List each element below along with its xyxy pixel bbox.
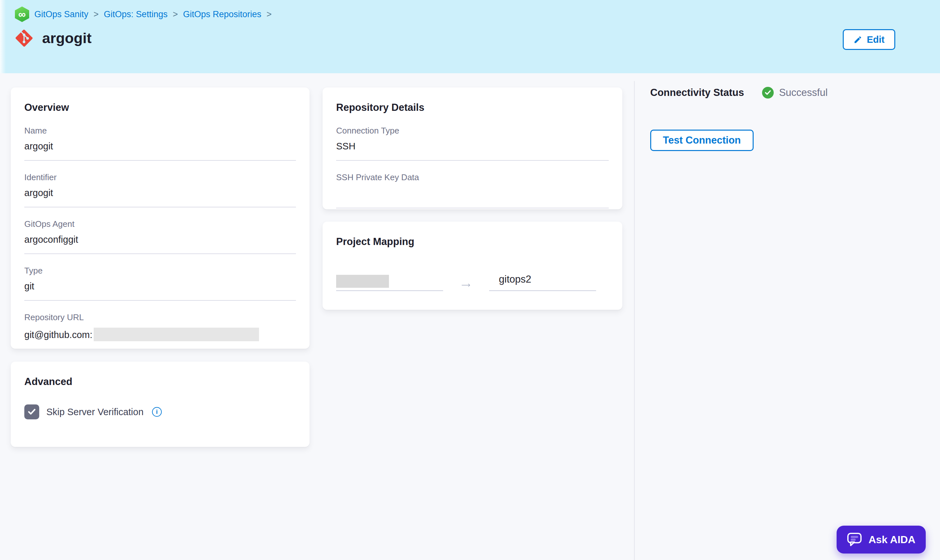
ask-aida-button[interactable]: Ask AIDA — [837, 526, 926, 554]
breadcrumb-link-gitops-repositories[interactable]: GitOps Repositories — [183, 9, 262, 20]
field-type: Type git — [24, 266, 296, 301]
field-value — [336, 188, 609, 208]
field-gitops-agent: GitOps Agent argoconfiggit — [24, 219, 296, 254]
edit-button-label: Edit — [867, 34, 885, 45]
field-label: GitOps Agent — [24, 219, 296, 229]
field-value: argoconfiggit — [24, 234, 296, 254]
redacted-value-block — [336, 275, 389, 288]
field-label: SSH Private Key Data — [336, 172, 609, 183]
breadcrumb-link-gitops-sanity[interactable]: GitOps Sanity — [34, 9, 88, 20]
overview-card: Overview Name argogit Identifier argogit… — [11, 88, 309, 349]
mapping-target-value: gitops2 — [489, 274, 596, 288]
info-icon[interactable]: i — [152, 407, 162, 417]
field-repository-url: Repository URL git@github.com: — [24, 312, 296, 349]
connectivity-status-label: Connectivity Status — [650, 87, 744, 98]
advanced-card: Advanced Skip Server Verification i — [11, 362, 309, 447]
chevron-right-icon: > — [94, 9, 99, 20]
check-icon — [28, 409, 35, 415]
field-ssh-private-key-data: SSH Private Key Data — [336, 172, 609, 208]
field-name: Name argogit — [24, 126, 296, 161]
chevron-right-icon: > — [266, 9, 272, 20]
content-vertical-divider — [634, 81, 635, 560]
skip-server-verification-checkbox[interactable] — [24, 405, 39, 419]
project-mapping-card-title: Project Mapping — [336, 236, 609, 248]
advanced-card-title: Advanced — [24, 376, 296, 388]
field-label: Repository URL — [24, 312, 296, 323]
connectivity-status-badge: Successful — [762, 87, 828, 98]
project-mapping-card: Project Mapping gitops2 — [323, 222, 622, 310]
connectivity-status-value: Successful — [779, 87, 828, 98]
redacted-value-block — [94, 328, 259, 341]
edit-button[interactable]: Edit — [843, 29, 895, 50]
repository-details-card-title: Repository Details — [336, 102, 609, 114]
field-value: argogit — [24, 188, 296, 208]
page-title-row: argogit — [15, 29, 92, 47]
field-identifier: Identifier argogit — [24, 172, 296, 208]
chat-bubble-icon — [847, 532, 863, 547]
field-label: Type — [24, 266, 296, 276]
overview-card-title: Overview — [24, 102, 296, 114]
repository-details-card: Repository Details Connection Type SSH S… — [323, 88, 622, 209]
field-connection-type: Connection Type SSH — [336, 126, 609, 161]
project-mapping-row: gitops2 — [336, 274, 609, 291]
repo-url-prefix: git@github.com: — [24, 329, 92, 340]
ask-aida-label: Ask AIDA — [868, 534, 915, 546]
connectivity-status-row: Connectivity Status Successful — [650, 87, 828, 98]
breadcrumb: ∞ GitOps Sanity > GitOps: Settings > Git… — [15, 6, 272, 22]
page-header: ∞ GitOps Sanity > GitOps: Settings > Git… — [0, 0, 940, 73]
gitops-module-icon: ∞ — [15, 6, 29, 22]
git-repo-icon — [15, 29, 33, 47]
skip-server-verification-label: Skip Server Verification — [46, 407, 144, 417]
mapping-source-field — [336, 275, 443, 291]
page-title: argogit — [42, 30, 92, 47]
pencil-icon — [854, 35, 862, 44]
chevron-right-icon: > — [173, 9, 178, 20]
breadcrumb-link-gitops-settings[interactable]: GitOps: Settings — [104, 9, 168, 20]
field-label: Connection Type — [336, 126, 609, 136]
field-value: git — [24, 281, 296, 301]
field-value: argogit — [24, 141, 296, 161]
field-label: Name — [24, 126, 296, 136]
skip-server-verification-row: Skip Server Verification i — [24, 405, 296, 419]
success-check-icon — [762, 87, 774, 98]
field-value: SSH — [336, 141, 609, 161]
header-left-strip — [0, 0, 6, 73]
field-value: git@github.com: — [24, 328, 296, 349]
arrow-right-icon — [457, 283, 475, 291]
mapping-target-field: gitops2 — [489, 274, 596, 291]
test-connection-button[interactable]: Test Connection — [650, 130, 754, 151]
field-label: Identifier — [24, 172, 296, 183]
